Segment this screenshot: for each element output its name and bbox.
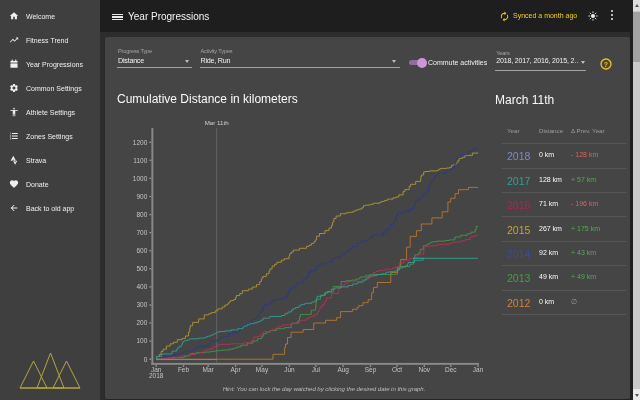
svg-text:1000: 1000 [133,175,148,182]
svg-text:Oct: Oct [392,366,402,373]
svg-text:Sep: Sep [365,366,377,374]
svg-text:700: 700 [136,229,147,236]
svg-text:400: 400 [136,283,147,290]
svg-text:Jun: Jun [284,366,295,373]
svg-text:Aug: Aug [337,366,349,374]
svg-text:2018: 2018 [149,372,164,379]
svg-text:Dec: Dec [445,366,457,373]
svg-text:Jan: Jan [473,366,484,373]
svg-text:300: 300 [136,301,147,308]
svg-text:1100: 1100 [133,157,147,164]
svg-text:900: 900 [136,193,147,200]
svg-text:200: 200 [136,319,147,326]
svg-text:600: 600 [136,247,147,254]
svg-text:Feb: Feb [178,366,190,373]
svg-text:0: 0 [144,356,148,363]
svg-text:1200: 1200 [133,139,148,146]
svg-text:500: 500 [136,265,147,272]
svg-text:Apr: Apr [231,366,242,374]
svg-text:Mar 11th: Mar 11th [205,119,230,126]
svg-text:Mar: Mar [203,366,215,373]
svg-text:800: 800 [136,211,147,218]
svg-text:100: 100 [136,337,147,344]
svg-text:Jul: Jul [312,366,321,373]
svg-text:Nov: Nov [419,366,431,373]
svg-text:May: May [256,366,269,374]
